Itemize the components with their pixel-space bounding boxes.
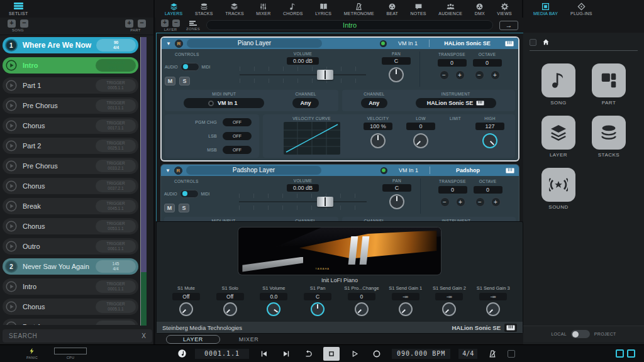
tab-plug-ins[interactable]: PLUG-INS — [570, 3, 592, 16]
add-layer-button[interactable]: + — [161, 19, 169, 27]
layer-name-field[interactable]: Padshop Layer — [186, 166, 321, 175]
setlist-song-never-saw-you-again[interactable]: 2Never Saw You Again1454/4 — [3, 258, 138, 275]
keyboard-icon[interactable] — [505, 41, 514, 47]
collapse-icon[interactable]: ▼ — [165, 168, 170, 173]
metronome-button[interactable] — [486, 348, 499, 359]
layer-instrument-display[interactable]: HALion Sonic SE — [433, 40, 501, 47]
solo-button[interactable]: S — [179, 77, 190, 85]
play-button[interactable] — [348, 348, 362, 359]
velocity-value[interactable]: 100 % — [364, 123, 392, 130]
open-plugin-button[interactable] — [504, 324, 517, 332]
tab-layer[interactable]: LAYER — [166, 335, 220, 344]
tab-mixer[interactable]: MIXER — [256, 3, 270, 16]
media-tile-part[interactable]: PART — [592, 63, 626, 106]
play-part-icon[interactable] — [5, 79, 18, 92]
timesig-display[interactable]: 4/4 — [458, 349, 477, 359]
velocity-curve[interactable] — [284, 122, 340, 155]
go-to-start-button[interactable] — [257, 348, 271, 359]
param-value[interactable]: Off — [172, 293, 200, 300]
tab-lyrics[interactable]: LYRICS — [315, 3, 331, 16]
record-arm-button[interactable]: R — [175, 40, 183, 48]
search-input[interactable]: SEARCH — [9, 332, 142, 339]
setlist-part-intro[interactable]: IntroTRIGGER0001.1.1 — [3, 57, 138, 74]
param-knob[interactable] — [442, 302, 456, 316]
setlist-song-where-are-we-now[interactable]: 1Where Are We Now904/4 — [3, 37, 138, 53]
window-layout-2-button[interactable] — [627, 349, 635, 358]
low-limit-knob[interactable] — [413, 133, 428, 148]
media-tile-stacks[interactable]: STACKS — [592, 116, 626, 158]
midi-channel-select[interactable]: Any — [292, 98, 319, 108]
tab-views[interactable]: VIEWS — [497, 3, 512, 16]
setlist-part-pre-chorus[interactable]: Pre ChorusTRIGGER0033.2.1 — [3, 158, 138, 174]
tab-layers[interactable]: LAYERS — [165, 3, 182, 16]
param-knob[interactable] — [223, 302, 237, 316]
setlist-part-part-1[interactable]: Part 1TRIGGER0005.1.1 — [3, 77, 138, 94]
transpose-minus-button[interactable]: − — [440, 70, 449, 80]
pan-knob[interactable] — [389, 194, 404, 209]
volume-slider[interactable] — [240, 67, 366, 83]
tab-metronome[interactable]: METRONOME — [344, 3, 374, 16]
setlist-part-break[interactable]: BreakTRIGGER0045.1.1 — [3, 198, 138, 214]
tab-stacks[interactable]: STACKS — [195, 3, 213, 16]
param-knob[interactable] — [311, 302, 325, 316]
tab-chords[interactable]: CHORDS — [283, 3, 303, 16]
play-part-icon[interactable] — [5, 99, 18, 112]
setlist-part-chorus[interactable]: ChorusTRIGGER0037.2.1 — [3, 178, 138, 194]
pgm-chg-value[interactable]: OFF — [223, 118, 252, 126]
setlist-part-intro[interactable]: IntroTRIGGER0001.1.1 — [3, 278, 138, 295]
setlist-part-part-2[interactable]: Part 2TRIGGER0025.1.1 — [3, 138, 138, 154]
tab-notes[interactable]: NOTES — [411, 3, 426, 16]
high-limit-knob[interactable] — [482, 133, 497, 148]
layer-name-field[interactable]: Piano Layer — [187, 39, 322, 48]
play-part-icon[interactable] — [5, 160, 18, 172]
volume-value[interactable]: 0.00 dB — [287, 57, 319, 65]
window-layout-1-button[interactable] — [616, 349, 624, 358]
record-arm-button[interactable]: R — [174, 167, 182, 175]
param-value[interactable]: C — [304, 293, 331, 300]
play-part-icon[interactable] — [5, 180, 18, 192]
add-part-button[interactable]: + — [125, 19, 133, 28]
octave-minus-button[interactable]: − — [475, 70, 484, 80]
midi-input-select[interactable]: VM In 1 — [184, 98, 264, 108]
octave-value[interactable]: 0 — [474, 186, 502, 194]
position-display[interactable]: 0001.1.1 — [195, 349, 249, 359]
play-part-icon[interactable] — [5, 140, 18, 152]
zones-button[interactable]: ZONES — [186, 20, 200, 31]
mute-button[interactable]: M — [165, 77, 175, 85]
play-part-icon[interactable] — [5, 119, 18, 132]
octave-value[interactable]: 0 — [473, 59, 502, 67]
param-knob[interactable] — [179, 302, 193, 316]
setlist-part-chorus[interactable]: ChorusTRIGGER0017.1.1 — [3, 118, 138, 134]
tab-media-bay[interactable]: MEDIA BAY — [533, 3, 558, 16]
collapse-icon[interactable]: ▼ — [166, 41, 171, 47]
add-song-button[interactable]: + — [8, 19, 16, 28]
tab-tracks[interactable]: TRACKS — [225, 3, 244, 16]
search-clear-button[interactable]: X — [142, 332, 146, 339]
remove-song-button[interactable]: − — [20, 19, 28, 28]
layer-input-display[interactable]: VM In 1 — [391, 167, 426, 173]
instrument-select[interactable]: HALion Sonic SE — [416, 98, 496, 108]
tab-dmx[interactable]: DMX — [475, 3, 485, 16]
audio-midi-toggle[interactable] — [180, 190, 199, 198]
param-value[interactable]: 0.0 — [260, 293, 287, 300]
media-tile-song[interactable]: SONG — [541, 63, 575, 106]
out-channel-select[interactable]: Any — [361, 98, 387, 108]
param-value[interactable]: -∞ — [435, 293, 463, 300]
setlist-part-part-1[interactable]: Part 1TRIGGER — [3, 319, 138, 325]
play-part-icon[interactable] — [5, 300, 18, 313]
panic-button[interactable]: PANIC — [26, 348, 38, 359]
local-project-toggle[interactable] — [571, 330, 590, 338]
pan-value[interactable]: C — [382, 57, 411, 65]
volume-slider[interactable] — [239, 194, 367, 210]
transpose-minus-button[interactable]: − — [440, 197, 450, 207]
media-bay-checkbox[interactable] — [530, 39, 536, 46]
audio-midi-toggle[interactable] — [180, 63, 199, 71]
layer-instrument-display[interactable]: Padshop — [434, 167, 502, 173]
layer-header[interactable]: ▼ R Piano Layer VM In 1 HALion Sonic SE — [162, 38, 518, 49]
octave-minus-button[interactable]: − — [475, 197, 485, 207]
velocity-knob[interactable] — [370, 133, 386, 148]
transpose-value[interactable]: 0 — [438, 186, 467, 194]
layer-header[interactable]: ▼ R Padshop Layer VM In 1 Padshop — [161, 165, 519, 176]
play-part-icon[interactable] — [5, 200, 18, 212]
media-tile-layer[interactable]: LAYER — [541, 116, 575, 158]
